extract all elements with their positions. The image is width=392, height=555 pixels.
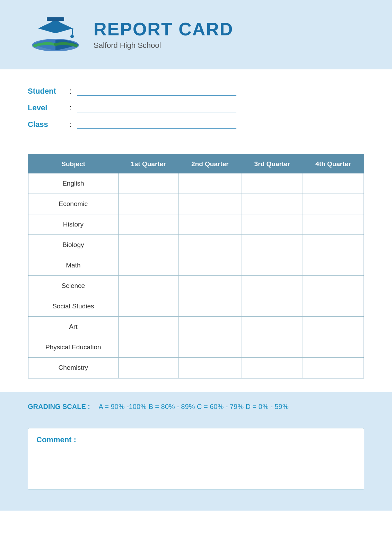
q1-cell[interactable]	[118, 296, 178, 317]
report-card-title: REPORT CARD	[94, 19, 233, 39]
level-colon: :	[69, 103, 71, 112]
q2-cell[interactable]	[178, 173, 242, 194]
comment-section: Comment :	[0, 421, 392, 511]
q3-cell[interactable]	[242, 255, 303, 276]
q4-cell[interactable]	[303, 317, 364, 337]
table-row: Physical Education	[28, 337, 364, 358]
q4-cell[interactable]	[303, 358, 364, 378]
q3-cell[interactable]	[242, 358, 303, 378]
q3-cell[interactable]	[242, 276, 303, 296]
q4-cell[interactable]	[303, 276, 364, 296]
subject-cell: Physical Education	[28, 337, 118, 358]
q3-cell[interactable]	[242, 214, 303, 235]
q4-cell[interactable]	[303, 235, 364, 255]
table-row: Math	[28, 255, 364, 276]
table-row: Art	[28, 317, 364, 337]
q1-cell[interactable]	[118, 317, 178, 337]
subject-cell: Math	[28, 255, 118, 276]
q2-cell[interactable]	[178, 194, 242, 214]
col-q4: 4th Quarter	[303, 154, 364, 173]
level-label: Level	[28, 103, 66, 112]
q2-cell[interactable]	[178, 214, 242, 235]
school-name: Salford High School	[94, 41, 233, 50]
class-row: Class :	[28, 120, 364, 129]
col-q1: 1st Quarter	[118, 154, 178, 173]
logo	[28, 14, 83, 56]
table-header-row: Subject 1st Quarter 2nd Quarter 3rd Quar…	[28, 154, 364, 173]
class-label: Class	[28, 120, 66, 129]
class-colon: :	[69, 120, 71, 129]
svg-marker-1	[38, 20, 73, 33]
svg-rect-3	[47, 17, 64, 21]
subject-cell: English	[28, 173, 118, 194]
table-section: Subject 1st Quarter 2nd Quarter 3rd Quar…	[0, 147, 392, 389]
subject-cell: Chemistry	[28, 358, 118, 378]
comment-box: Comment :	[28, 428, 364, 490]
q2-cell[interactable]	[178, 296, 242, 317]
q1-cell[interactable]	[118, 173, 178, 194]
title-block: REPORT CARD Salford High School	[94, 19, 233, 50]
student-colon: :	[69, 87, 71, 96]
table-row: Chemistry	[28, 358, 364, 378]
q1-cell[interactable]	[118, 337, 178, 358]
q2-cell[interactable]	[178, 276, 242, 296]
comment-content[interactable]	[36, 448, 356, 483]
grading-scale-values: A = 90% -100% B = 80% - 89% C = 60% - 79…	[98, 403, 288, 410]
col-q2: 2nd Quarter	[178, 154, 242, 173]
comment-label: Comment :	[36, 435, 356, 444]
q4-cell[interactable]	[303, 194, 364, 214]
q3-cell[interactable]	[242, 337, 303, 358]
q4-cell[interactable]	[303, 214, 364, 235]
q1-cell[interactable]	[118, 214, 178, 235]
class-input[interactable]	[77, 121, 236, 129]
q3-cell[interactable]	[242, 173, 303, 194]
table-row: History	[28, 214, 364, 235]
table-row: English	[28, 173, 364, 194]
level-input[interactable]	[77, 104, 236, 112]
q2-cell[interactable]	[178, 255, 242, 276]
grading-scale-label: GRADING SCALE :	[28, 403, 90, 410]
subject-cell: Art	[28, 317, 118, 337]
header-section: REPORT CARD Salford High School	[0, 0, 392, 69]
q1-cell[interactable]	[118, 276, 178, 296]
student-row: Student :	[28, 87, 364, 96]
q1-cell[interactable]	[118, 235, 178, 255]
grading-section: GRADING SCALE : A = 90% -100% B = 80% - …	[0, 392, 392, 421]
q2-cell[interactable]	[178, 235, 242, 255]
col-q3: 3rd Quarter	[242, 154, 303, 173]
student-input[interactable]	[77, 87, 236, 96]
student-info-section: Student : Level : Class :	[0, 69, 392, 147]
table-row: Social Studies	[28, 296, 364, 317]
q1-cell[interactable]	[118, 255, 178, 276]
subject-cell: History	[28, 214, 118, 235]
q2-cell[interactable]	[178, 358, 242, 378]
svg-line-4	[72, 28, 73, 35]
subject-cell: Economic	[28, 194, 118, 214]
q2-cell[interactable]	[178, 317, 242, 337]
q2-cell[interactable]	[178, 337, 242, 358]
table-row: Economic	[28, 194, 364, 214]
q4-cell[interactable]	[303, 337, 364, 358]
q3-cell[interactable]	[242, 235, 303, 255]
q1-cell[interactable]	[118, 358, 178, 378]
q1-cell[interactable]	[118, 194, 178, 214]
table-row: Science	[28, 276, 364, 296]
grades-table: Subject 1st Quarter 2nd Quarter 3rd Quar…	[28, 154, 364, 378]
student-label: Student	[28, 87, 66, 96]
subject-cell: Social Studies	[28, 296, 118, 317]
q3-cell[interactable]	[242, 194, 303, 214]
level-row: Level :	[28, 103, 364, 112]
q4-cell[interactable]	[303, 173, 364, 194]
q4-cell[interactable]	[303, 296, 364, 317]
q3-cell[interactable]	[242, 317, 303, 337]
col-subject: Subject	[28, 154, 118, 173]
q3-cell[interactable]	[242, 296, 303, 317]
subject-cell: Science	[28, 276, 118, 296]
table-row: Biology	[28, 235, 364, 255]
svg-point-5	[70, 35, 74, 38]
subject-cell: Biology	[28, 235, 118, 255]
q4-cell[interactable]	[303, 255, 364, 276]
